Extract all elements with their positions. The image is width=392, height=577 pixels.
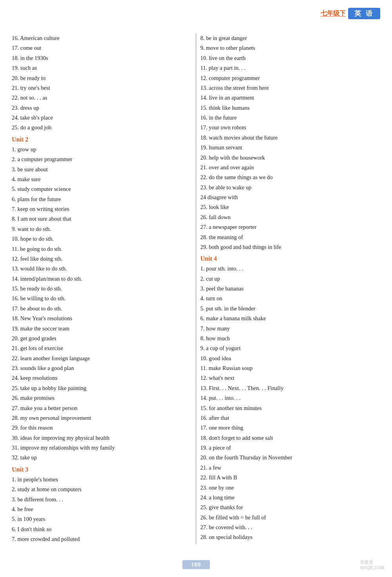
list-item: 28. my own personal improvement: [12, 413, 188, 423]
list-item: 20. on the fourth Thursday in November: [200, 453, 376, 463]
list-item: 16. after that: [200, 413, 376, 423]
list-item: 18. New Year's resolutions: [12, 314, 188, 323]
list-item: 19. a piece of: [200, 443, 376, 453]
list-item: 22. do the same things as we do: [200, 172, 376, 182]
list-item: 29. for this reason: [12, 423, 188, 433]
list-item: 9. a cup of yogurt: [200, 343, 376, 353]
page-number: 180: [182, 560, 210, 569]
list-item: 4. make sure: [12, 174, 188, 184]
content-area: 16. American culture17. come out18. in t…: [12, 33, 380, 544]
list-item: 30. ideas for improving my physical heal…: [12, 433, 188, 443]
item-list: 1. grow up2. a computer programmer3. be …: [12, 145, 188, 463]
list-item: 5. in 100 years: [12, 514, 188, 524]
list-item: 18. watch movies about the future: [200, 133, 376, 143]
list-item: 32. take up: [12, 453, 188, 463]
list-item: 25. look like: [200, 202, 376, 212]
list-item: 21. a few: [200, 463, 376, 473]
list-item: 18. in the 1930s: [12, 53, 188, 63]
list-item: 24. take sb's place: [12, 113, 188, 123]
list-item: 22. not so. . . as: [12, 93, 188, 103]
list-item: 25. do a good job: [12, 123, 188, 132]
list-item: 13. First. . . Next. . . Then. . . Final…: [200, 383, 376, 393]
list-item: 12. computer programmer: [200, 73, 376, 83]
list-item: 11. make Russian soup: [200, 363, 376, 373]
list-item: 17. come out: [12, 43, 188, 53]
item-list: 16. American culture17. come out18. in t…: [12, 33, 188, 133]
list-item: 23. sounds like a good plan: [12, 363, 188, 373]
list-item: 10. good idea: [200, 354, 376, 363]
item-list: 1. pour sth. into. . .2. cut up3. peel t…: [200, 264, 376, 543]
list-item: 2. study at home on computers: [12, 484, 188, 494]
list-item: 3. be sure about: [12, 165, 188, 174]
list-item: 22. fill A with B: [200, 473, 376, 483]
list-item: 3. be different from. . .: [12, 495, 188, 504]
list-item: 21. get lots of exercise: [12, 343, 188, 353]
item-list: 8. be in great danger9. move to other pl…: [200, 33, 376, 252]
list-item: 2. cut up: [200, 274, 376, 284]
list-item: 19. such as: [12, 63, 188, 73]
list-item: 1. pour sth. into. . .: [200, 264, 376, 274]
column-divider: [196, 33, 196, 544]
list-item: 5. put sth. in the blender: [200, 304, 376, 314]
list-item: 29. both good and bad things in life: [200, 242, 376, 252]
list-item: 15. for another ten minutes: [200, 403, 376, 413]
left-column: 16. American culture17. come out18. in t…: [12, 33, 192, 544]
list-item: 8. how much: [200, 334, 376, 343]
list-item: 21. over and over again: [200, 163, 376, 172]
subject-label: 英 语: [348, 8, 380, 19]
list-item: 13. across the street from here: [200, 83, 376, 93]
list-item: 22. learn another foreign language: [12, 354, 188, 363]
watermark: 答案君MXQE.COM: [360, 559, 384, 570]
list-item: 18. don't forget to add some salt: [200, 433, 376, 443]
list-item: 24. a long time: [200, 493, 376, 503]
list-item: 3. peel the bananas: [200, 284, 376, 294]
list-item: 27. a newspaper reporter: [200, 222, 376, 232]
list-item: 17. one more thing: [200, 423, 376, 433]
list-item: 24 disagree with: [200, 192, 376, 202]
list-item: 14. live in an apartment: [200, 93, 376, 103]
list-item: 16. be willing to do sth.: [12, 294, 188, 303]
list-item: 14. put. . . into. . .: [200, 393, 376, 403]
list-item: 12. feel like doing sth.: [12, 254, 188, 264]
list-item: 25. give thanks for: [200, 503, 376, 512]
list-item: 26. be filled with = be full of: [200, 513, 376, 523]
list-item: 23. one by one: [200, 483, 376, 493]
list-item: 7. keep on writing stories: [12, 204, 188, 214]
list-item: 26. fall down: [200, 212, 376, 222]
list-item: 16. in the future: [200, 113, 376, 123]
list-item: 7. more crowded and polluted: [12, 534, 188, 544]
list-item: 5. study computer science: [12, 184, 188, 194]
list-item: 6. make a banana milk shake: [200, 314, 376, 323]
list-item: 20. help with the housework: [200, 153, 376, 163]
list-item: 23. be able to wake up: [200, 183, 376, 192]
list-item: 13. would like to do sth.: [12, 264, 188, 274]
list-item: 17. be about to do sth.: [12, 304, 188, 314]
grade-label: 七年级下: [321, 9, 346, 18]
list-item: 8. I am not sure about that: [12, 214, 188, 224]
list-item: 19. make the soccer team: [12, 324, 188, 334]
list-item: 19. human servant: [200, 143, 376, 152]
list-item: 1. in people's homes: [12, 475, 188, 484]
list-item: 16. American culture: [12, 33, 188, 43]
list-item: 28. on special holidays: [200, 532, 376, 542]
list-item: 6. I don't think so: [12, 524, 188, 534]
list-item: 1. grow up: [12, 145, 188, 154]
list-item: 10. hope to do sth.: [12, 234, 188, 244]
list-item: 15. be ready to do sth.: [12, 284, 188, 294]
list-item: 14. intend/plan/mean to do sth.: [12, 274, 188, 284]
unit-title: Unit 2: [12, 136, 188, 143]
list-item: 28. the meaning of: [200, 232, 376, 242]
list-item: 10. live on the earth: [200, 53, 376, 63]
list-item: 11. play a part in. . .: [200, 63, 376, 73]
right-column: 8. be in great danger9. move to other pl…: [200, 33, 380, 544]
list-item: 31. improve my relationships with my fam…: [12, 443, 188, 453]
list-item: 26. make promises: [12, 393, 188, 403]
list-item: 21. try one's best: [12, 83, 188, 93]
list-item: 4. be free: [12, 504, 188, 514]
page-container: 七年级下 英 语 16. American culture17. come ou…: [0, 0, 392, 577]
list-item: 17. your own robots: [200, 123, 376, 132]
list-item: 23. dress up: [12, 103, 188, 113]
list-item: 6. plans for the future: [12, 194, 188, 204]
list-item: 15. think like humans: [200, 103, 376, 113]
list-item: 12. what's next: [200, 373, 376, 383]
